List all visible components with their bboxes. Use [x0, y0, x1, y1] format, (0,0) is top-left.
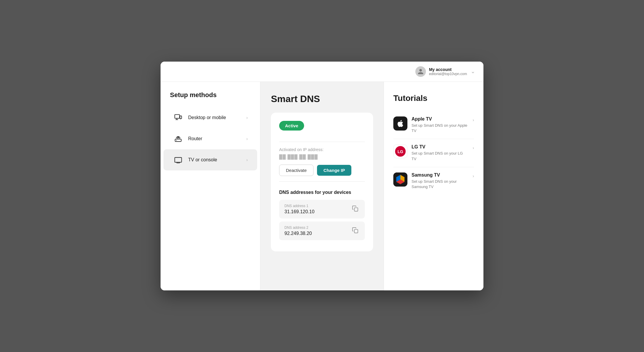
tutorials-title: Tutorials [393, 94, 474, 103]
sidebar-title: Setup methods [161, 91, 260, 107]
divider-2 [279, 181, 365, 182]
account-chevron-icon: ⌵ [472, 69, 474, 74]
svg-text:LG: LG [397, 149, 403, 154]
sidebar-item-tv-console[interactable]: TV or console › [163, 149, 257, 170]
change-ip-button[interactable]: Change IP [317, 165, 351, 176]
account-avatar [415, 66, 426, 77]
sidebar-item-tv-console-chevron: › [246, 158, 248, 162]
tv-console-icon [173, 155, 183, 165]
samsung-tv-desc: Set up Smart DNS on your Samsung TV [412, 179, 468, 189]
ip-address: ██.███.██.███ [279, 154, 365, 159]
dns-label-1: DNS address 1 [284, 204, 314, 208]
dns-section: DNS addresses for your devices DNS addre… [279, 190, 365, 240]
dns-value-1: 31.169.120.10 [284, 209, 314, 214]
account-menu[interactable]: My account editorial@top10vpn.com ⌵ [415, 66, 474, 77]
apple-tv-chevron-icon: › [473, 116, 474, 122]
svg-rect-2 [175, 139, 181, 141]
sidebar-item-router[interactable]: Router › [163, 128, 257, 149]
dns-section-title: DNS addresses for your devices [279, 190, 365, 195]
divider-1 [279, 142, 365, 142]
copy-icon-2[interactable] [351, 226, 360, 236]
svg-rect-1 [180, 116, 182, 119]
active-badge: Active [279, 121, 304, 131]
dns-value-2: 92.249.38.20 [284, 231, 312, 236]
dns-label-2: DNS address 2 [284, 226, 312, 230]
sidebar: Setup methods Desktop or mobile › [161, 82, 260, 290]
svg-rect-0 [175, 115, 179, 119]
desktop-mobile-icon [173, 112, 183, 123]
main-layout: Setup methods Desktop or mobile › [161, 82, 483, 290]
router-icon [173, 133, 183, 144]
lg-tv-chevron-icon: › [473, 144, 474, 150]
header: My account editorial@top10vpn.com ⌵ [161, 62, 483, 82]
sidebar-item-desktop-mobile-chevron: › [246, 115, 248, 120]
tutorials-panel: Tutorials Apple TV Set up Smart DNS on y… [384, 82, 483, 290]
svg-rect-6 [354, 208, 358, 211]
lg-tv-name: LG TV [412, 144, 468, 150]
content-area: Smart DNS Active Activated on IP address… [260, 82, 384, 290]
copy-icon-1[interactable] [351, 204, 360, 214]
smart-dns-card: Active Activated on IP address: ██.███.█… [271, 113, 373, 251]
dns-field-2: DNS address 2 92.249.38.20 [279, 221, 365, 240]
account-email: editorial@top10vpn.com [429, 72, 467, 76]
apple-tv-desc: Set up Smart DNS on your Apple TV [412, 123, 468, 133]
lg-tv-logo: LG [393, 144, 407, 158]
svg-rect-5 [175, 158, 181, 162]
samsung-tv-name: Samsung TV [412, 172, 468, 178]
tutorial-item-apple-tv[interactable]: Apple TV Set up Smart DNS on your Apple … [393, 111, 474, 139]
sidebar-item-router-label: Router [188, 136, 242, 141]
action-buttons: Deactivate Change IP [279, 165, 365, 176]
tutorial-item-samsung-tv[interactable]: Samsung TV Set up Smart DNS on your Sams… [393, 167, 474, 195]
samsung-tv-logo [393, 172, 407, 187]
svg-point-4 [176, 140, 177, 141]
deactivate-button[interactable]: Deactivate [279, 165, 313, 176]
content-title: Smart DNS [271, 94, 373, 104]
samsung-tv-chevron-icon: › [473, 172, 474, 178]
account-name: My account [429, 67, 467, 72]
sidebar-item-desktop-mobile[interactable]: Desktop or mobile › [163, 107, 257, 128]
app-window: My account editorial@top10vpn.com ⌵ Setu… [161, 62, 483, 290]
dns-field-1: DNS address 1 31.169.120.10 [279, 200, 365, 219]
sidebar-item-router-chevron: › [246, 136, 248, 141]
tutorial-item-lg-tv[interactable]: LG LG TV Set up Smart DNS on your LG TV … [393, 139, 474, 167]
apple-tv-logo [393, 116, 407, 131]
account-text: My account editorial@top10vpn.com [429, 67, 467, 76]
sidebar-item-tv-console-label: TV or console [188, 157, 242, 163]
sidebar-item-desktop-mobile-label: Desktop or mobile [188, 115, 242, 120]
svg-rect-7 [354, 229, 358, 233]
lg-tv-desc: Set up Smart DNS on your LG TV [412, 151, 468, 161]
activated-label: Activated on IP address: [279, 147, 365, 152]
apple-tv-name: Apple TV [412, 116, 468, 122]
